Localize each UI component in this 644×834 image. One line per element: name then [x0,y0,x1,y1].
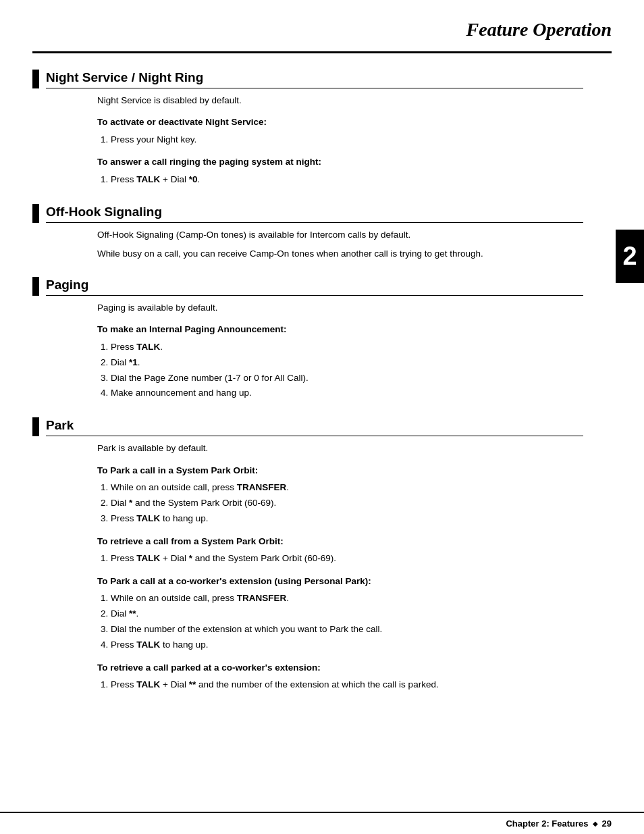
page: Feature Operation 2 Night Service / Nigh… [0,0,644,834]
list-item: Dial * and the System Park Orbit (60-69)… [111,496,583,511]
section-rule-night-service: Night Service / Night Ring [39,71,583,88]
park-list4: Press TALK + Dial ** and the number of t… [111,677,583,693]
section-underline-night-service [46,88,583,88]
list-item: Press TALK + Dial ** and the number of t… [111,677,583,693]
bold-talk: TALK [136,174,160,184]
bold-talk: TALK [136,679,160,689]
off-hook-intro2: While busy on a call, you can receive Ca… [97,247,583,261]
park-sub3: To Park a call at a co-worker's extensio… [97,575,583,588]
list-item: Press TALK to hang up. [111,511,583,527]
park-sub4: To retrieve a call parked at a co-worker… [97,661,583,675]
list-item: While on an outside call, press TRANSFER… [111,480,583,496]
page-footer: Chapter 2: Features ◆ 29 [0,812,644,834]
section-heading-park: Park [32,417,583,436]
off-hook-intro: Off-Hook Signaling (Camp-On tones) is av… [97,228,583,242]
footer-diamond: ◆ [593,820,598,827]
top-rule [32,51,612,53]
list-item: Press TALK to hang up. [111,637,583,653]
section-title-night-service: Night Service / Night Ring [39,71,583,85]
section-body-night-service: Night Service is disabled by default. To… [97,94,583,188]
section-off-hook: Off-Hook Signaling Off-Hook Signaling (C… [32,204,583,261]
section-bar-paging [32,277,39,296]
night-service-sub2: To answer a call ringing the paging syst… [97,155,583,169]
section-title-park: Park [39,419,583,433]
park-list2: Press TALK + Dial * and the System Park … [111,551,583,567]
section-park: Park Park is available by default. To Pa… [32,417,583,693]
bold-starstar: ** [129,608,136,619]
bold-talk: TALK [136,553,160,563]
bold-star0: *0 [189,174,198,184]
bold-star1: *1 [129,357,138,367]
bold-talk: TALK [136,342,160,352]
section-bar-park [32,417,39,436]
paging-sub1: To make an Internal Paging Announcement: [97,323,583,336]
list-item: Press TALK. [111,340,583,355]
night-service-sub1: To activate or deactivate Night Service: [97,115,583,129]
bold-star: * [129,498,132,508]
bold-transfer: TRANSFER [237,482,287,492]
list-item: While on an outside call, press TRANSFER… [111,591,583,606]
list-item: Dial **. [111,606,583,622]
section-bar-off-hook [32,204,39,223]
section-bar-night-service [32,70,39,88]
footer-chapter: Chapter 2: Features [506,818,588,829]
paging-list1: Press TALK. Dial *1. Dial the Page Zone … [111,340,583,402]
section-body-paging: Paging is available by default. To make … [97,301,583,401]
night-service-list2: Press TALK + Dial *0. [111,172,583,188]
section-rule-off-hook: Off-Hook Signaling [39,205,583,223]
section-rule-park: Park [39,419,583,436]
bold-star: * [189,553,192,563]
park-list3: While on an outside call, press TRANSFER… [111,591,583,653]
page-title: Feature Operation [466,19,612,40]
section-body-off-hook: Off-Hook Signaling (Camp-On tones) is av… [97,228,583,261]
bold-talk: TALK [136,513,160,523]
park-sub2: To retrieve a call from a System Park Or… [97,535,583,548]
section-underline-off-hook [46,222,583,223]
chapter-tab: 2 [616,230,644,283]
night-service-intro: Night Service is disabled by default. [97,94,583,107]
section-underline-park [46,436,583,436]
footer-page: 29 [602,818,612,829]
section-heading-night-service: Night Service / Night Ring [32,70,583,88]
section-body-park: Park is available by default. To Park a … [97,442,583,693]
list-item: Press TALK + Dial *0. [111,172,583,188]
park-list1: While on an outside call, press TRANSFER… [111,480,583,527]
list-item: Press TALK + Dial * and the System Park … [111,551,583,567]
page-header: Feature Operation [0,0,644,41]
park-intro: Park is available by default. [97,442,583,455]
list-item: Dial the Page Zone number (1-7 or 0 for … [111,371,583,386]
section-title-paging: Paging [39,278,583,292]
section-title-off-hook: Off-Hook Signaling [39,205,583,219]
list-item: Make announcement and hang up. [111,386,583,401]
section-heading-off-hook: Off-Hook Signaling [32,204,583,223]
night-service-list1: Press your Night key. [111,132,583,148]
section-paging: Paging Paging is available by default. T… [32,277,583,401]
list-item: Dial *1. [111,355,583,371]
section-heading-paging: Paging [32,277,583,296]
section-night-service: Night Service / Night Ring Night Service… [32,70,583,188]
section-underline-paging [46,295,583,296]
main-content: Night Service / Night Ring Night Service… [0,70,616,693]
park-sub1: To Park a call in a System Park Orbit: [97,464,583,477]
list-item: Press your Night key. [111,132,583,148]
paging-intro: Paging is available by default. [97,301,583,315]
bold-transfer: TRANSFER [237,593,287,603]
list-item: Dial the number of the extension at whic… [111,622,583,637]
bold-starstar: ** [189,679,196,689]
bold-talk: TALK [136,640,160,650]
section-rule-paging: Paging [39,278,583,296]
